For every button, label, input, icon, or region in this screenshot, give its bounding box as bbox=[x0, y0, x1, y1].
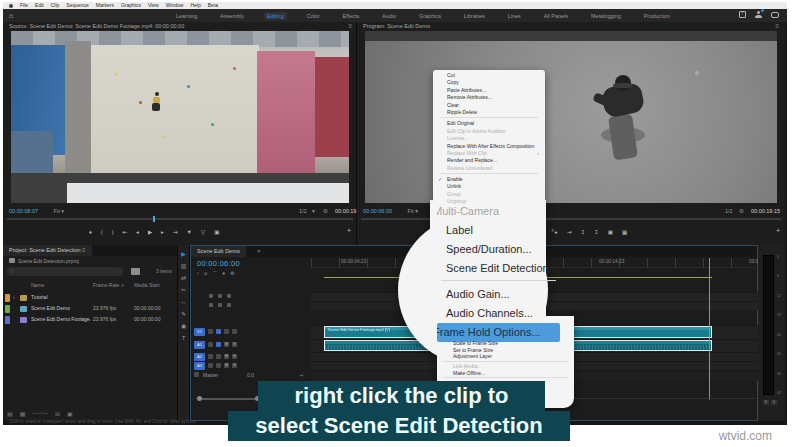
zoom-slider-icon[interactable]: —○— bbox=[32, 410, 48, 417]
sync-lock-icon[interactable] bbox=[224, 329, 229, 334]
delete-icon[interactable]: ▣ bbox=[67, 410, 73, 417]
settings-wrench-icon[interactable]: ⚙ bbox=[323, 206, 328, 216]
project-tab[interactable]: Project: Scene Edit Detection ≡ bbox=[3, 245, 92, 256]
step-back-icon[interactable]: ◂ bbox=[136, 225, 139, 239]
target-track-v1[interactable] bbox=[216, 329, 221, 334]
add-marker-icon[interactable]: ♦ bbox=[89, 225, 92, 239]
razor-tool[interactable]: ✂ bbox=[181, 287, 186, 294]
workspace-tab-editing[interactable]: Editing bbox=[264, 12, 287, 20]
step-forward-icon[interactable]: ▸ bbox=[161, 225, 164, 239]
settings-wrench-icon[interactable]: ⚙ bbox=[739, 206, 744, 216]
icon-view-icon[interactable]: ▦ bbox=[20, 410, 26, 417]
program-fit-select[interactable]: Fit bbox=[408, 208, 414, 214]
menu-item-unlink[interactable]: Unlink bbox=[435, 183, 543, 190]
project-row-tutorial[interactable]: ›Tutorial bbox=[3, 291, 178, 302]
lift-icon[interactable]: ↥ bbox=[580, 225, 585, 239]
timeline-playhead[interactable] bbox=[709, 258, 710, 400]
menubar-item-graphics[interactable]: Graphics bbox=[121, 2, 141, 9]
source-patch-a3[interactable]: A3 bbox=[194, 362, 205, 370]
timeline-settings-icon[interactable]: ⚙ bbox=[230, 270, 234, 276]
go-to-out-icon[interactable]: ⇥ bbox=[173, 225, 178, 239]
project-row-scene-edit-demo[interactable]: Scene Edit Demo23.976 fps00:00:00:00 bbox=[3, 302, 178, 313]
menu-item-speed-duration[interactable]: Speed/Duration... bbox=[437, 240, 560, 259]
menubar-item-file[interactable]: File bbox=[20, 2, 28, 9]
sync-lock-icon[interactable] bbox=[218, 303, 222, 307]
source-current-timecode[interactable]: 00:00:08:07 bbox=[9, 208, 38, 214]
panel-menu-icon[interactable]: ≡ bbox=[348, 23, 352, 29]
solo-button[interactable]: S bbox=[232, 342, 237, 347]
mark-out-icon[interactable]: } bbox=[112, 225, 114, 239]
label-color-chip[interactable] bbox=[5, 305, 10, 313]
column-header-frame-rate[interactable]: Frame Rate ∧ bbox=[93, 282, 124, 288]
mute-button[interactable]: M bbox=[224, 342, 229, 347]
panel-menu-icon[interactable]: ≡ bbox=[775, 23, 779, 29]
label-color-chip[interactable] bbox=[5, 316, 10, 324]
selection-tool[interactable]: ▶ bbox=[181, 251, 186, 258]
menu-item-label[interactable]: Label› bbox=[437, 221, 560, 240]
home-icon[interactable]: ⌂ bbox=[9, 12, 13, 19]
program-resolution-select[interactable]: 1/2 bbox=[725, 206, 733, 216]
toggle-output-icon[interactable] bbox=[232, 329, 237, 334]
menubar-item-clip[interactable]: Clip bbox=[51, 2, 60, 9]
overwrite-icon[interactable]: ▽ bbox=[201, 225, 205, 239]
menu-item-render-and-replace[interactable]: Render and Replace... bbox=[435, 157, 543, 164]
menu-item-audio-gain[interactable]: Audio Gain... bbox=[437, 285, 560, 304]
menu-item-cut[interactable]: Cut bbox=[435, 72, 543, 79]
toggle-output-icon[interactable] bbox=[227, 294, 231, 298]
source-scrub-bar[interactable] bbox=[7, 216, 353, 222]
menu-item-clear[interactable]: Clear bbox=[435, 102, 543, 109]
project-search-input[interactable]: ○ bbox=[7, 267, 123, 276]
menu-item-audio-channels[interactable]: Audio Channels... bbox=[437, 304, 560, 323]
menu-item-paste-attributes[interactable]: Paste Attributes... bbox=[435, 87, 543, 94]
workspace-tab-metalogging[interactable]: Metalogging bbox=[588, 12, 624, 20]
insert-as-nest-icon[interactable]: ▫ bbox=[197, 270, 199, 276]
lock-icon[interactable] bbox=[209, 303, 213, 307]
menubar-item-window[interactable]: Window bbox=[166, 2, 184, 9]
master-gain-value[interactable]: 0.0 bbox=[247, 370, 254, 381]
account-icon[interactable] bbox=[755, 11, 762, 18]
apple-menu-icon[interactable] bbox=[9, 4, 13, 8]
solo-button[interactable]: S bbox=[232, 354, 237, 359]
item-name[interactable]: Scene Edit Demo Footage.m bbox=[31, 314, 91, 325]
comparison-view-icon[interactable]: ▦ bbox=[622, 225, 627, 239]
go-to-in-icon[interactable]: ⇤ bbox=[123, 225, 128, 239]
menubar-item-view[interactable]: View bbox=[148, 2, 159, 9]
column-header-name[interactable]: Name bbox=[31, 282, 44, 288]
track-select-forward-tool[interactable]: ▥ bbox=[181, 263, 187, 270]
export-frame-icon[interactable]: ▣ bbox=[214, 225, 219, 239]
source-patch-v1[interactable]: V1 bbox=[194, 328, 205, 336]
sync-lock-icon[interactable] bbox=[218, 294, 222, 298]
new-item-icon[interactable]: ⊞ bbox=[55, 410, 60, 417]
close-tab-icon[interactable]: × bbox=[257, 246, 261, 257]
timeline-timecode[interactable]: 00:00:06:00 bbox=[197, 259, 240, 268]
source-patch-a1[interactable]: A1 bbox=[194, 341, 205, 349]
project-row-scene-edit-demo-footage-m[interactable]: Scene Edit Demo Footage.m23.976 fps00:00… bbox=[3, 313, 178, 324]
workspace-tab-color[interactable]: Color bbox=[304, 12, 323, 20]
scrub-track[interactable] bbox=[7, 218, 353, 220]
play-icon[interactable]: ▶ bbox=[148, 225, 152, 239]
menubar-item-edit[interactable]: Edit bbox=[35, 2, 44, 9]
program-scrub-bar[interactable] bbox=[361, 216, 781, 222]
mute-button[interactable]: M bbox=[224, 354, 229, 359]
source-resolution-select[interactable]: 1/2 bbox=[299, 206, 307, 216]
lock-icon[interactable] bbox=[194, 372, 199, 377]
lock-icon[interactable] bbox=[208, 354, 213, 359]
zoom-handle-left[interactable] bbox=[197, 396, 202, 401]
comments-icon[interactable] bbox=[771, 12, 779, 18]
ripple-edit-tool[interactable]: ⇄ bbox=[181, 275, 186, 282]
mute-button[interactable]: M bbox=[224, 363, 229, 368]
quick-export-icon[interactable] bbox=[739, 11, 746, 18]
workspace-tab-graphics[interactable]: Graphics bbox=[416, 12, 444, 20]
go-to-out-icon[interactable]: ⇥ bbox=[567, 225, 572, 239]
workspace-tab-production[interactable]: Production bbox=[641, 12, 673, 20]
menu-item-adjustment-layer[interactable]: Adjustment Layer bbox=[437, 353, 574, 360]
workspace-tab-lines[interactable]: Lines bbox=[505, 12, 524, 20]
source-fit-select[interactable]: Fit bbox=[54, 208, 60, 214]
target-track-a1[interactable] bbox=[216, 342, 221, 347]
column-header-media-start[interactable]: Media Start bbox=[134, 282, 160, 288]
source-video-frame[interactable] bbox=[11, 31, 349, 203]
solo-left-button[interactable]: S bbox=[763, 400, 769, 405]
snap-icon[interactable]: ∪ bbox=[204, 270, 208, 276]
menu-item-make-offline[interactable]: Make Offline... bbox=[437, 370, 574, 377]
workspace-tab-assembly[interactable]: Assembly bbox=[217, 12, 247, 20]
